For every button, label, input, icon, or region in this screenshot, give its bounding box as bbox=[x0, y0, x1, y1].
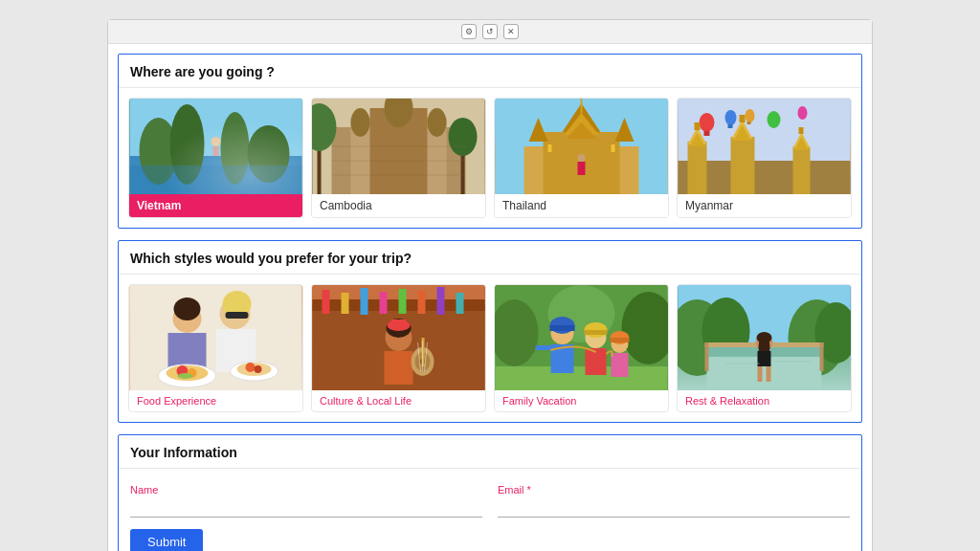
style-family[interactable]: Family Vacation bbox=[494, 284, 669, 412]
culture-label: Culture & Local Life bbox=[312, 390, 485, 411]
svg-point-5 bbox=[248, 125, 290, 183]
svg-point-37 bbox=[700, 113, 715, 132]
svg-point-61 bbox=[174, 298, 201, 320]
svg-point-32 bbox=[578, 154, 586, 162]
svg-rect-124 bbox=[705, 342, 709, 371]
svg-rect-42 bbox=[747, 121, 751, 124]
svg-rect-90 bbox=[385, 351, 413, 385]
svg-rect-57 bbox=[799, 127, 804, 134]
svg-point-70 bbox=[178, 373, 193, 379]
family-scene bbox=[495, 285, 668, 390]
svg-rect-84 bbox=[437, 287, 445, 315]
svg-rect-54 bbox=[793, 146, 811, 194]
vietnam-scene bbox=[129, 99, 302, 194]
relaxation-label: Rest & Relaxation bbox=[678, 390, 851, 411]
svg-point-14 bbox=[351, 108, 370, 137]
svg-rect-105 bbox=[550, 325, 575, 331]
destination-myanmar[interactable]: Myanmar bbox=[677, 98, 852, 218]
svg-rect-49 bbox=[695, 122, 701, 130]
svg-rect-65 bbox=[226, 312, 249, 319]
email-label: Email * bbox=[498, 484, 850, 496]
svg-rect-130 bbox=[758, 366, 763, 382]
myanmar-scene bbox=[678, 99, 851, 194]
refresh-icon[interactable]: ↺ bbox=[482, 24, 498, 39]
name-input[interactable] bbox=[130, 499, 482, 518]
svg-rect-114 bbox=[611, 338, 630, 342]
svg-rect-81 bbox=[380, 292, 388, 314]
svg-rect-115 bbox=[612, 353, 629, 377]
culture-scene bbox=[312, 285, 485, 390]
family-image bbox=[495, 285, 668, 390]
culture-image bbox=[312, 285, 485, 390]
settings-icon[interactable]: ⚙ bbox=[461, 24, 477, 39]
style-culture[interactable]: Culture & Local Life bbox=[311, 284, 486, 412]
destination-title: Where are you going ? bbox=[119, 55, 861, 88]
svg-rect-110 bbox=[585, 330, 608, 335]
svg-point-73 bbox=[246, 363, 256, 372]
cambodia-scene bbox=[312, 99, 485, 194]
vietnam-label: Vietnam bbox=[129, 194, 302, 217]
style-relaxation[interactable]: Rest & Relaxation bbox=[677, 284, 852, 412]
myanmar-image bbox=[678, 99, 851, 194]
close-icon[interactable]: ✕ bbox=[503, 24, 519, 39]
svg-rect-79 bbox=[342, 293, 349, 314]
svg-rect-40 bbox=[728, 124, 733, 128]
food-label: Food Experience bbox=[129, 390, 302, 411]
styles-title: Which styles would you prefer for your t… bbox=[119, 241, 861, 275]
svg-point-19 bbox=[449, 118, 478, 156]
email-input[interactable] bbox=[498, 499, 850, 518]
svg-rect-82 bbox=[399, 289, 407, 314]
style-food[interactable]: Food Experience bbox=[128, 284, 303, 412]
svg-point-43 bbox=[768, 111, 781, 128]
svg-rect-0 bbox=[130, 99, 302, 194]
svg-rect-89 bbox=[391, 320, 407, 327]
destination-vietnam[interactable]: Vietnam bbox=[128, 98, 303, 218]
name-group: Name bbox=[130, 484, 482, 518]
destination-cambodia[interactable]: Cambodia bbox=[311, 98, 486, 218]
svg-rect-131 bbox=[767, 366, 771, 382]
svg-rect-78 bbox=[323, 290, 330, 314]
family-label: Family Vacation bbox=[495, 390, 668, 411]
svg-point-41 bbox=[746, 109, 755, 122]
styles-section: Which styles would you prefer for your t… bbox=[118, 240, 862, 423]
relaxation-scene bbox=[678, 285, 851, 390]
svg-point-4 bbox=[221, 112, 250, 185]
svg-point-74 bbox=[255, 365, 262, 373]
svg-rect-53 bbox=[740, 115, 746, 122]
info-content: Name Email * Submit bbox=[119, 469, 861, 551]
svg-rect-50 bbox=[731, 137, 755, 194]
destination-section: Where are you going ? bbox=[118, 54, 862, 229]
svg-rect-6 bbox=[130, 165, 302, 194]
submit-button[interactable]: Submit bbox=[130, 529, 203, 551]
svg-rect-85 bbox=[457, 293, 464, 314]
food-scene bbox=[129, 285, 302, 390]
food-image bbox=[129, 285, 302, 390]
browser-toolbar: ⚙ ↺ ✕ bbox=[108, 20, 872, 44]
relaxation-image bbox=[678, 285, 851, 390]
svg-rect-94 bbox=[422, 338, 425, 366]
cambodia-image bbox=[312, 99, 485, 194]
destination-grid: Vietnam bbox=[119, 88, 861, 228]
myanmar-label: Myanmar bbox=[678, 194, 851, 217]
svg-point-15 bbox=[428, 108, 447, 137]
form-row: Name Email * bbox=[130, 484, 850, 518]
svg-rect-1 bbox=[130, 156, 302, 194]
thailand-scene bbox=[495, 99, 668, 194]
svg-rect-46 bbox=[688, 142, 707, 194]
info-section: Your Information Name Email * Submit bbox=[118, 434, 862, 551]
svg-rect-35 bbox=[612, 144, 615, 152]
svg-rect-33 bbox=[578, 162, 586, 175]
svg-rect-34 bbox=[548, 144, 552, 152]
svg-point-7 bbox=[212, 137, 221, 146]
destination-thailand[interactable]: Thailand bbox=[494, 98, 669, 218]
vietnam-image bbox=[129, 99, 302, 194]
browser-window: ⚙ ↺ ✕ Where are you going ? bbox=[107, 19, 873, 551]
style-grid: Food Experience bbox=[119, 275, 861, 422]
thailand-label: Thailand bbox=[495, 194, 668, 217]
svg-rect-83 bbox=[418, 291, 426, 314]
page-content: Where are you going ? bbox=[108, 44, 872, 551]
email-group: Email * bbox=[498, 484, 850, 518]
svg-rect-125 bbox=[820, 342, 824, 371]
svg-point-44 bbox=[798, 106, 808, 120]
svg-rect-38 bbox=[704, 131, 710, 136]
